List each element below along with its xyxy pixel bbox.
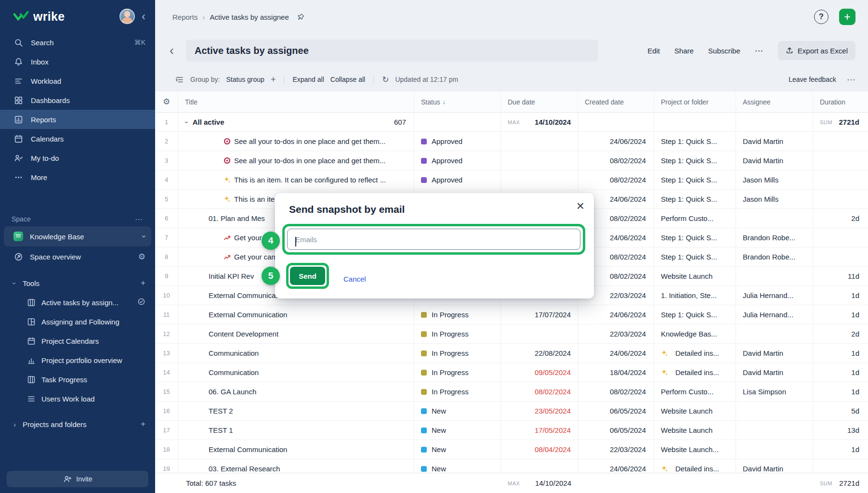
status-cell[interactable]: New bbox=[414, 402, 501, 420]
subscribe-button[interactable]: Subscribe bbox=[708, 47, 740, 55]
tool-item-users-work-load[interactable]: Users Work load bbox=[0, 389, 155, 408]
status-cell[interactable]: New bbox=[414, 440, 501, 459]
assignee-cell[interactable] bbox=[736, 267, 813, 285]
project-cell[interactable]: Step 1: Quick S... bbox=[654, 151, 736, 170]
invite-button[interactable]: Invite bbox=[7, 471, 148, 487]
sidebar-item-inbox[interactable]: Inbox bbox=[0, 52, 155, 71]
help-button[interactable]: ? bbox=[814, 10, 829, 24]
export-excel-button[interactable]: Export as Excel bbox=[778, 41, 855, 60]
table-row[interactable]: 11External CommunicationIn Progress17/07… bbox=[155, 305, 868, 324]
sidebar-section-tools[interactable]: › Tools + bbox=[0, 273, 155, 293]
more-actions-button[interactable]: ⋯ bbox=[755, 46, 763, 56]
project-cell[interactable]: 1. Initiation, Ste... bbox=[654, 286, 736, 305]
table-row[interactable]: 18External CommunicationNew08/04/202422/… bbox=[155, 440, 868, 459]
task-title-cell[interactable]: Communication bbox=[178, 363, 414, 382]
status-cell[interactable]: New bbox=[414, 421, 501, 440]
assignee-cell[interactable]: Brandon Robe... bbox=[736, 247, 813, 266]
table-row[interactable]: 17TEST 1New17/05/202406/05/2024Website L… bbox=[155, 421, 868, 440]
sidebar-item-knowledge-base[interactable]: Knowledge Base › bbox=[4, 226, 151, 246]
status-cell[interactable]: In Progress bbox=[414, 344, 501, 363]
add-project-icon[interactable]: + bbox=[141, 419, 145, 429]
task-title-cell[interactable]: See all your to-dos in one place and get… bbox=[178, 132, 414, 151]
sidebar-item-dashboards[interactable]: Dashboards bbox=[0, 91, 155, 110]
assignee-cell[interactable] bbox=[736, 113, 813, 131]
project-cell[interactable]: Knowledge Bas... bbox=[654, 324, 736, 343]
sidebar-item-reports[interactable]: Reports bbox=[0, 110, 155, 129]
assignee-cell[interactable]: Lisa Simpson bbox=[736, 382, 813, 401]
project-cell[interactable]: Step 1: Quick S... bbox=[654, 170, 736, 189]
column-header-project[interactable]: Project or folder bbox=[654, 91, 736, 112]
assignee-cell[interactable]: Jason Mills bbox=[736, 190, 813, 208]
tool-item-project-portfolio-overview[interactable]: Project portfolio overview bbox=[0, 350, 155, 370]
assignee-cell[interactable] bbox=[736, 402, 813, 420]
sidebar-collapse-icon[interactable]: ‹ bbox=[142, 11, 145, 22]
status-cell[interactable]: Approved bbox=[414, 170, 501, 189]
user-avatar[interactable] bbox=[119, 9, 135, 24]
assignee-cell[interactable]: David Martin bbox=[736, 132, 813, 151]
assignee-cell[interactable]: David Martin bbox=[736, 344, 813, 363]
project-cell[interactable]: Detailed ins... bbox=[654, 363, 736, 382]
task-title-cell[interactable]: Communication bbox=[178, 344, 414, 363]
status-cell[interactable]: Approved bbox=[414, 151, 501, 170]
assignee-cell[interactable]: Julia Hernand... bbox=[736, 305, 813, 324]
column-header-due-date[interactable]: Due date bbox=[501, 91, 578, 112]
emails-input[interactable] bbox=[287, 229, 580, 250]
status-cell[interactable]: In Progress bbox=[414, 305, 501, 324]
status-cell[interactable]: In Progress bbox=[414, 363, 501, 382]
project-cell[interactable]: Perform Custo... bbox=[654, 382, 736, 401]
expand-all-button[interactable]: Expand all bbox=[292, 76, 324, 83]
table-row[interactable]: 16TEST 2New23/05/202406/05/2024Website L… bbox=[155, 402, 868, 421]
sidebar-section-projects[interactable]: › Projects and folders + bbox=[0, 414, 155, 434]
group-by-value[interactable]: Status group bbox=[226, 76, 264, 83]
toolbar-more-button[interactable]: ⋯ bbox=[847, 75, 855, 85]
leave-feedback-button[interactable]: Leave feedback bbox=[789, 76, 836, 83]
status-cell[interactable] bbox=[414, 113, 501, 131]
pin-icon[interactable] bbox=[297, 13, 305, 21]
project-cell[interactable]: Detailed ins... bbox=[654, 344, 736, 363]
project-cell[interactable]: Website Launch bbox=[654, 421, 736, 440]
project-cell[interactable]: Website Launch bbox=[654, 402, 736, 420]
sidebar-item-search[interactable]: Search⌘K bbox=[0, 33, 155, 52]
sidebar-item-workload[interactable]: Workload bbox=[0, 71, 155, 91]
cancel-link[interactable]: Cancel bbox=[343, 270, 366, 288]
tool-item-task-progress[interactable]: Task Progress bbox=[0, 370, 155, 389]
sidebar-item-space-overview[interactable]: Space overview ⚙ bbox=[0, 246, 155, 267]
column-header-assignee[interactable]: Assignee bbox=[736, 91, 813, 112]
column-header-created-date[interactable]: Created date bbox=[578, 91, 654, 112]
task-title-cell[interactable]: This is an item. It can be configured to… bbox=[178, 170, 414, 189]
refresh-icon[interactable]: ↻ bbox=[382, 75, 389, 85]
space-settings-gear-icon[interactable]: ⚙ bbox=[138, 252, 145, 262]
task-title-cell[interactable]: External Communication bbox=[178, 440, 414, 459]
send-button[interactable]: Send bbox=[290, 267, 325, 285]
create-plus-button[interactable]: + bbox=[839, 9, 855, 25]
add-tool-icon[interactable]: + bbox=[141, 278, 145, 288]
column-header-status[interactable]: Status↓ bbox=[414, 91, 501, 112]
status-cell[interactable]: In Progress bbox=[414, 324, 501, 343]
space-more-icon[interactable]: ⋯ bbox=[135, 215, 144, 224]
assignee-cell[interactable] bbox=[736, 421, 813, 440]
tool-item-active-tasks-by-assign[interactable]: Active tasks by assign... bbox=[0, 293, 155, 312]
sidebar-item-my-to-do[interactable]: My to-do bbox=[0, 148, 155, 168]
task-title-cell[interactable]: 06. GA Launch bbox=[178, 382, 414, 401]
table-row[interactable]: 2See all your to-dos in one place and ge… bbox=[155, 132, 868, 151]
tool-item-assigning-and-following[interactable]: Assigning and Following bbox=[0, 312, 155, 331]
table-row[interactable]: 4This is an item. It can be configured t… bbox=[155, 170, 868, 190]
assignee-cell[interactable]: David Martin bbox=[736, 151, 813, 170]
assignee-cell[interactable]: David Martin bbox=[736, 363, 813, 382]
project-cell[interactable]: Step 1: Quick S... bbox=[654, 190, 736, 208]
table-row[interactable]: 12Content DevelopmentIn Progress22/03/20… bbox=[155, 324, 868, 344]
assignee-cell[interactable] bbox=[736, 440, 813, 459]
expand-chevron-icon[interactable]: › bbox=[183, 121, 191, 123]
project-cell[interactable]: Step 1: Quick S... bbox=[654, 247, 736, 266]
column-header-title[interactable]: Title bbox=[178, 91, 414, 112]
project-cell[interactable]: Step 1: Quick S... bbox=[654, 132, 736, 151]
close-icon[interactable]: × bbox=[575, 196, 586, 216]
task-title-cell[interactable]: TEST 1 bbox=[178, 421, 414, 440]
assignee-cell[interactable]: Jason Mills bbox=[736, 170, 813, 189]
status-cell[interactable]: Approved bbox=[414, 132, 501, 151]
collapse-all-button[interactable]: Collapse all bbox=[330, 76, 365, 83]
project-cell[interactable]: Perform Custo... bbox=[654, 209, 736, 228]
column-header-duration[interactable]: Duration bbox=[813, 91, 868, 112]
project-cell[interactable]: Website Launch bbox=[654, 267, 736, 285]
sidebar-item-calendars[interactable]: Calendars bbox=[0, 129, 155, 148]
